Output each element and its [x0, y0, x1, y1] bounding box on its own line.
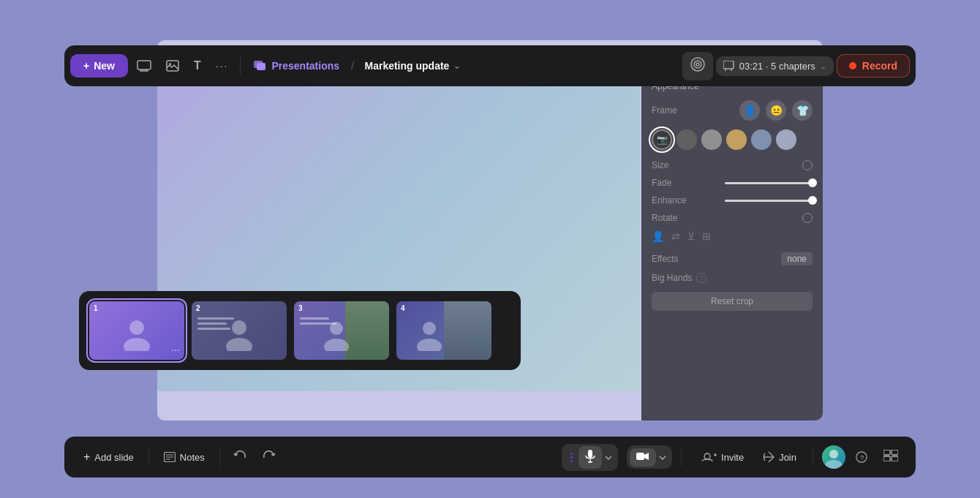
thumb-line: [197, 322, 227, 325]
chapters-button[interactable]: 03:21 · 5 chapters ⌄: [716, 56, 834, 76]
mic-button[interactable]: [578, 446, 602, 469]
join-button[interactable]: Join: [755, 447, 804, 467]
thumb-person-1: [122, 319, 151, 357]
transform-icons: 👤 ⇄ ⊻ ⊞: [652, 230, 813, 242]
svg-point-33: [829, 450, 838, 459]
rotate-row: Rotate: [652, 213, 813, 223]
reset-crop-button[interactable]: Reset crop: [652, 292, 813, 311]
marketing-update-button[interactable]: Marketing update ⌄: [358, 56, 466, 76]
effects-value[interactable]: none: [781, 252, 813, 265]
size-control[interactable]: [802, 160, 813, 170]
svg-point-34: [825, 460, 843, 469]
video-dropdown-button[interactable]: [656, 448, 669, 467]
rotate-control[interactable]: [802, 213, 813, 223]
spiral-icon-button[interactable]: [682, 52, 713, 80]
thumb-num-2: 2: [196, 304, 200, 312]
svg-rect-38: [892, 450, 898, 455]
record-button[interactable]: Record: [837, 54, 910, 78]
svg-rect-26: [588, 450, 592, 458]
layout-button[interactable]: [878, 445, 904, 469]
svg-point-19: [324, 339, 349, 351]
toolbar-divider-1: [240, 57, 241, 75]
color-option-blue-gray[interactable]: [751, 129, 772, 150]
redo-button[interactable]: [257, 445, 282, 469]
help-button[interactable]: ?: [850, 445, 873, 469]
more-dots-icon: ···: [216, 60, 229, 72]
video-group: [627, 445, 672, 469]
slide-thumbnail-3[interactable]: 3: [294, 301, 389, 360]
svg-rect-37: [883, 450, 890, 455]
invite-button[interactable]: Invite: [695, 448, 751, 467]
undo-button[interactable]: [227, 445, 252, 469]
svg-point-20: [423, 322, 436, 335]
svg-rect-0: [137, 61, 151, 69]
svg-text:?: ?: [860, 453, 864, 461]
slide-thumbnail-4[interactable]: 4: [396, 301, 491, 360]
frame-option-silhouette[interactable]: 👤: [739, 100, 760, 121]
appearance-panel: Appearance Frame 👤 😐 👕 📷 Size Fade: [641, 69, 823, 420]
fade-thumb[interactable]: [808, 178, 817, 187]
chapters-chevron-icon: ⌄: [820, 61, 826, 71]
add-slide-button[interactable]: + Add slide: [76, 446, 141, 468]
photo-icon-button[interactable]: [160, 56, 185, 76]
enhance-thumb[interactable]: [808, 196, 817, 205]
text-icon: T: [194, 59, 201, 72]
fade-slider[interactable]: [725, 182, 813, 184]
effects-label: Effects: [652, 254, 678, 264]
svg-rect-7: [257, 63, 265, 70]
info-icon[interactable]: ?: [696, 273, 706, 283]
svg-rect-39: [883, 456, 890, 461]
frame-label: Frame: [652, 105, 677, 116]
fade-fill: [725, 182, 813, 184]
bottom-divider-1: [148, 448, 149, 466]
fade-label: Fade: [652, 178, 671, 188]
expand-icon[interactable]: ⊞: [702, 230, 711, 242]
color-option-camera[interactable]: 📷: [652, 129, 672, 150]
thumb-num-3: 3: [298, 304, 303, 312]
notes-button[interactable]: Notes: [157, 448, 212, 467]
thumb-num-1: 1: [94, 304, 98, 312]
svg-point-8: [691, 58, 704, 71]
svg-point-17: [226, 338, 252, 351]
avatar[interactable]: [822, 445, 845, 469]
more-icon-button[interactable]: ···: [210, 56, 235, 76]
svg-point-14: [129, 320, 144, 335]
text-icon-button[interactable]: T: [188, 55, 207, 77]
color-option-light-blue-gray[interactable]: [776, 129, 796, 150]
thumb-num-4: 4: [401, 304, 405, 312]
monitor-icon-button[interactable]: [131, 56, 157, 76]
svg-point-21: [417, 339, 442, 351]
mic-group: [562, 444, 618, 471]
slide-thumbnail-2[interactable]: 2: [192, 301, 287, 360]
color-option-gray[interactable]: [676, 129, 697, 150]
svg-rect-40: [892, 456, 898, 461]
color-option-light-gray[interactable]: [701, 129, 722, 150]
color-option-tan[interactable]: [726, 129, 747, 150]
enhance-slider[interactable]: [725, 200, 813, 202]
thumb-person-2: [225, 319, 254, 357]
frame-row: Frame 👤 😐 👕: [652, 100, 813, 121]
flip-h-icon[interactable]: ⇄: [671, 230, 680, 242]
thumbnails-bar: 1 ··· 2 3: [79, 291, 521, 370]
filter-icon[interactable]: ⊻: [687, 230, 695, 242]
mic-dropdown-button[interactable]: [602, 448, 615, 467]
svg-rect-11: [723, 61, 734, 69]
add-slide-plus-icon: +: [83, 450, 90, 464]
frame-option-face[interactable]: 😐: [766, 100, 786, 121]
thumb-photo-4: [444, 301, 491, 360]
new-button[interactable]: + New: [70, 54, 128, 78]
slide-thumbnail-1[interactable]: 1 ···: [89, 301, 184, 360]
svg-point-10: [696, 63, 699, 66]
svg-rect-29: [636, 453, 644, 460]
frame-option-full[interactable]: 👕: [792, 100, 813, 121]
bottom-divider-4: [813, 448, 813, 466]
enhance-fill: [725, 200, 813, 202]
video-button[interactable]: [630, 448, 656, 467]
fade-row: Fade: [652, 178, 813, 188]
size-row: Size: [652, 160, 813, 170]
thumb-line: [300, 317, 329, 320]
bottom-divider-2: [219, 448, 220, 466]
svg-point-16: [232, 320, 246, 335]
presentations-button[interactable]: Presentations: [246, 56, 347, 76]
bottom-toolbar: + Add slide Notes: [64, 437, 916, 478]
